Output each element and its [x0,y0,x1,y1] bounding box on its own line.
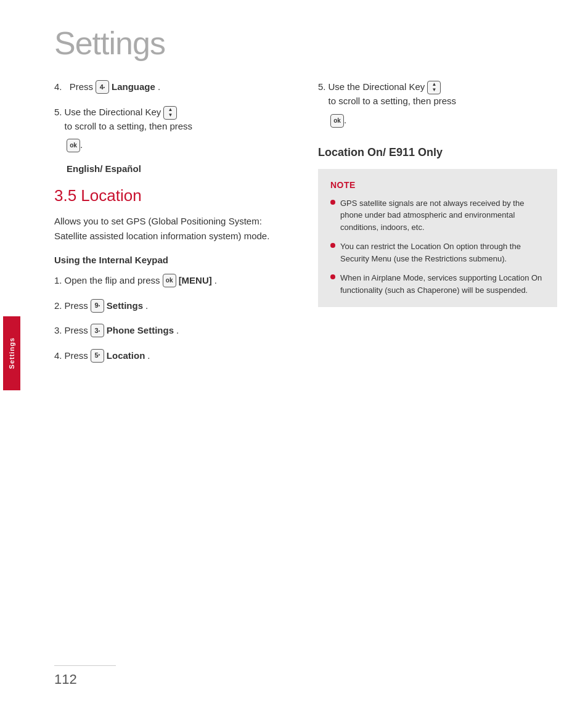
kstep-1: 1. Open the flip and press ok [MENU]. [54,274,293,288]
kstep3-bold: Phone Settings [107,324,174,338]
page-divider [54,665,116,666]
left-column: 4. Press 4▪ Language. 5. Use the Directi… [54,80,293,374]
kstep4-bold: Location [107,349,145,363]
note-text-3: When in Airplane Mode, services supporti… [340,272,545,296]
kstep1-ok-icon: ok [163,274,176,287]
kstep3-key-icon: 3▪ [91,324,104,337]
kstep-2: 2. Press 9▪ Settings. [54,299,293,313]
kstep-3: 3. Press 3▪ Phone Settings. [54,324,293,338]
main-content: Settings 4. Press 4▪ Language. 5. [23,0,588,706]
kstep2-number: 2. [54,299,62,313]
page-title: Settings [54,25,557,62]
kstep2-bold: Settings [107,299,143,313]
sidebar-tab: Settings [3,316,20,390]
kstep4-key-icon: 5* [91,349,104,363]
right-column: 5. Use the Directional Key ▲▼ to scroll … [318,80,557,374]
right-step5-text: Use the Directional Key ▲▼ to scroll to … [329,80,457,109]
kstep3-number: 3. [54,324,62,338]
step5-text-left: Use the Directional Key ▲▼ to scroll to … [65,105,193,134]
internal-keypad-heading: Using the Internal Keypad [54,255,293,265]
intro-step-4: 4. Press 4▪ Language. [54,80,293,94]
intro-step-5: 5. Use the Directional Key ▲▼ to scroll … [54,105,293,153]
ok-key-icon-left: ok [67,139,80,152]
kstep2-key-icon: 9▪ [91,299,104,313]
page-number: 112 [54,671,77,688]
english-espanol-heading: English/ Español [67,163,293,174]
note-label: NOTE [330,180,545,190]
step4-prefix: Press [70,80,93,94]
kstep4-number: 4. [54,349,62,363]
bullet-dot-2 [330,243,335,248]
location-heading: 3.5 Location [54,186,293,205]
page-container: Settings Settings 4. Press 4▪ Language. [0,0,588,706]
step4-text: 4. Press 4▪ Language. [54,80,160,94]
kstep-4: 4. Press 5* Location. [54,349,293,363]
ok-key-icon-right: ok [330,114,344,128]
location-description: Allows you to set GPS (Global Positionin… [54,214,293,244]
kstep4-prefix: Press [65,349,88,363]
sidebar: Settings [0,0,23,706]
bullet-dot-3 [330,274,335,279]
kstep1-prefix: Open the flip and press [65,274,160,288]
note-box: NOTE GPS satellite signals are not alway… [318,169,557,308]
two-column-layout: 4. Press 4▪ Language. 5. Use the Directi… [54,80,557,374]
right-step-5: 5. Use the Directional Key ▲▼ to scroll … [318,80,557,128]
kstep1-bold: [MENU] [179,274,212,288]
sidebar-label: Settings [8,337,15,369]
right-step5-number: 5. [318,80,326,94]
directional-key-icon-left: ▲▼ [163,106,177,120]
step4-number: 4. [54,80,62,94]
key-4-icon: 4▪ [96,80,109,94]
step4-bold: Language [112,80,155,94]
note-item-2: You can restrict the Location On option … [330,240,545,265]
kstep1-number: 1. [54,274,62,288]
note-item-3: When in Airplane Mode, services supporti… [330,272,545,296]
directional-key-icon-right: ▲▼ [427,81,441,94]
step5-number-left: 5. [54,105,62,120]
note-item-1: GPS satellite signals are not always rec… [330,197,545,234]
kstep3-prefix: Press [65,324,88,338]
note-text-1: GPS satellite signals are not always rec… [340,197,545,234]
note-text-2: You can restrict the Location On option … [340,240,545,265]
location-on-heading: Location On/ E911 Only [318,146,557,159]
bullet-dot-1 [330,200,335,205]
kstep2-prefix: Press [65,299,88,313]
